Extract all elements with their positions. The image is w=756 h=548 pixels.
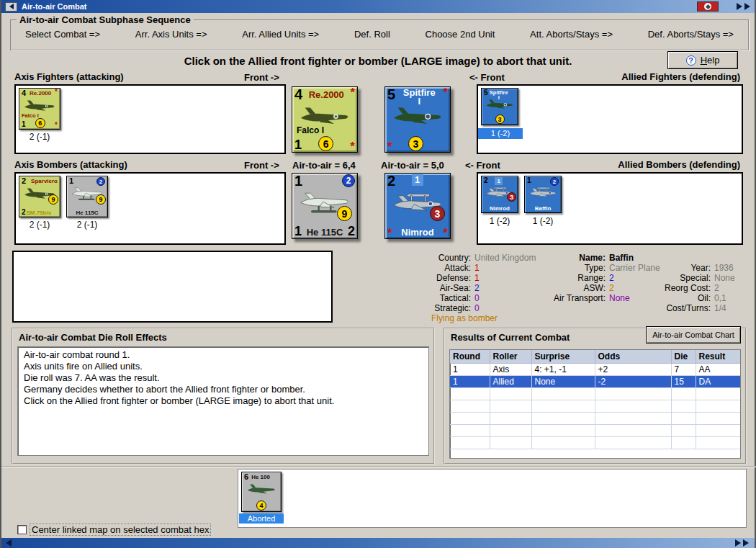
center-map-checkbox-label[interactable]: Center linked map on selected combat hex bbox=[30, 524, 211, 536]
allied-fighters-box: 5 Spitfire I 3 1 (-2) bbox=[477, 84, 743, 154]
unit-name: He 115C bbox=[76, 210, 98, 216]
attack-rating: 2 bbox=[387, 174, 395, 188]
counter-top-row: 1 2 bbox=[525, 176, 561, 187]
app-icon[interactable] bbox=[5, 2, 17, 12]
plane-art bbox=[297, 106, 352, 127]
right-arrow-icon bbox=[735, 539, 741, 547]
counter-top-row: 2 Sparviero bbox=[19, 176, 60, 186]
asw-value: 2 bbox=[608, 284, 664, 294]
odds-cell: +2 bbox=[595, 363, 671, 375]
axis-fighters-box: 4 Re.2000 * Falco I 1 6 * 2 (-1) bbox=[14, 84, 286, 154]
tactical-circle: 2 bbox=[96, 177, 105, 186]
combat-chart-button[interactable]: Air-to-air Combat Chart bbox=[646, 326, 741, 343]
counter-top-row: 2 1 bbox=[482, 176, 518, 186]
axis-air-value: Air-to-air = 6,4 bbox=[292, 160, 356, 171]
help-button[interactable]: ? Help bbox=[667, 51, 738, 69]
help-button-label: Help bbox=[701, 55, 720, 66]
round-cell: 1 bbox=[450, 375, 490, 387]
scroll-left-icon bbox=[9, 4, 14, 9]
stack-status: 2 (-1) bbox=[16, 132, 63, 142]
aborted-unit-counter[interactable]: 6 He 100 4 bbox=[241, 472, 282, 512]
attack-value: 1 bbox=[473, 264, 541, 274]
naval-circle: 3 bbox=[430, 206, 445, 221]
allied-fighter-small-counter[interactable]: 5 Spitfire I 3 bbox=[481, 88, 518, 125]
unit-info-row: Attack: 1 Type: Carrier Plane Year: 1936 bbox=[428, 264, 748, 274]
die-roll-effects-text: Air-to-air combat round 1.Axis units fir… bbox=[17, 346, 429, 456]
counter-bottom-row: 4 bbox=[242, 500, 281, 511]
range-circle: 9 bbox=[96, 194, 106, 205]
allied-fighter-large-counter[interactable]: 5 Spitfire I * * 3 bbox=[384, 86, 451, 153]
stack-marker: 1 bbox=[412, 174, 423, 186]
cost-turns-label: Cost/Turns: bbox=[664, 304, 713, 314]
axis-fighters-heading: Axis Fighters (attacking) bbox=[14, 71, 124, 82]
front-attack-label: Front -> bbox=[244, 160, 279, 171]
axis-bomber-large-counter[interactable]: 1 2 9 1 He 115C 2 bbox=[292, 173, 358, 239]
result-row[interactable]: 1 Allied None -2 15 DA bbox=[450, 375, 741, 387]
range-circle: 6 bbox=[318, 136, 333, 151]
roller-cell: Allied bbox=[490, 375, 531, 387]
axis-fighter-large-counter[interactable]: 4 Re.2000 * Falco I 1 6 * bbox=[292, 86, 358, 153]
oil-label: Oil: bbox=[664, 294, 713, 304]
result-row-empty bbox=[450, 436, 741, 449]
axis-bombers-box: 2 Sparviero 9 2 SM.79bis 2 (-1) 1 2 bbox=[14, 172, 286, 245]
unit-name: Re.2000 bbox=[30, 90, 51, 96]
scroll-left-button[interactable] bbox=[6, 539, 12, 547]
unit-name: Baffin bbox=[535, 205, 552, 212]
aborted-units-area: 6 He 100 4 Aborted bbox=[238, 469, 747, 528]
range-circle: 9 bbox=[48, 194, 58, 205]
axis-bomber-small-counter-he115c[interactable]: 1 2 9 He 115C bbox=[66, 176, 108, 217]
results-column-header: Odds bbox=[595, 350, 671, 363]
plane-art bbox=[390, 106, 445, 127]
stack-status: 1 (-2) bbox=[478, 216, 521, 226]
allied-bomber-small-counter-baffin[interactable]: 1 2 Baffin bbox=[524, 176, 562, 213]
surprise-cell: None bbox=[531, 375, 595, 387]
scroll-right-button[interactable] bbox=[737, 3, 750, 10]
effect-line: Air-to-air combat round 1. bbox=[24, 349, 423, 361]
result-row-empty bbox=[450, 400, 741, 412]
empty-cell bbox=[713, 253, 748, 264]
message-box bbox=[12, 251, 333, 323]
country-value: United Kingdom bbox=[473, 253, 541, 264]
star-marker: * bbox=[387, 142, 392, 151]
results-column-header: Roller bbox=[490, 350, 531, 363]
subphase-item: Def. Roll bbox=[354, 29, 390, 40]
allied-bombers-box: 2 1 3 Nimrod 1 (-2) 1 2 bbox=[477, 172, 743, 245]
surprise-cell: 4: +1, -1 bbox=[531, 363, 595, 375]
front-defend-label: <- Front bbox=[469, 72, 505, 83]
right-arrow-icon bbox=[737, 3, 742, 10]
bottom-separator bbox=[1, 466, 756, 467]
stack-status: 2 (-1) bbox=[63, 220, 111, 230]
attack-rating: 1 bbox=[294, 174, 302, 188]
attack-rating: 4 bbox=[294, 88, 302, 102]
scroll-right-button[interactable] bbox=[735, 539, 749, 547]
front-attack-label: Front -> bbox=[244, 72, 279, 83]
results-empty-rows bbox=[450, 387, 741, 449]
unit-subname: SM.79bis bbox=[26, 210, 51, 216]
window-title: Air-to-air Combat bbox=[22, 2, 697, 11]
counter-bottom-row: 3 bbox=[482, 114, 518, 125]
counter-bottom-row: He 115C bbox=[67, 209, 107, 217]
title-bar: Air-to-air Combat bbox=[1, 0, 755, 13]
attack-rating: 1 bbox=[69, 177, 73, 185]
range-circle: 3 bbox=[408, 136, 423, 151]
star-marker: * bbox=[350, 88, 355, 97]
results-rows: 1 Axis 4: +1, -1 +2 7 AA 1 Allied None bbox=[450, 363, 741, 387]
star-marker: * bbox=[443, 228, 448, 238]
star-marker: * bbox=[55, 122, 58, 128]
allied-bomber-large-counter[interactable]: 2 1 3 * Nimrod * bbox=[384, 173, 451, 239]
cost-turns-value: 1/4 bbox=[713, 304, 748, 314]
movement-rating: 1 bbox=[294, 225, 302, 238]
attack-rating: 2 bbox=[484, 177, 488, 184]
unit-name-line2: I bbox=[498, 95, 500, 100]
attack-label: Attack: bbox=[428, 264, 473, 274]
allied-bomber-small-counter-nimrod[interactable]: 2 1 3 Nimrod bbox=[481, 176, 518, 213]
plane-art bbox=[22, 99, 57, 112]
result-row[interactable]: 1 Axis 4: +1, -1 +2 7 AA bbox=[450, 363, 741, 375]
axis-bomber-small-counter-sparviero[interactable]: 2 Sparviero 9 2 SM.79bis bbox=[19, 176, 60, 217]
allied-fighters-heading: Allied Fighters (defending) bbox=[621, 71, 740, 82]
result-row-empty bbox=[450, 387, 741, 400]
center-map-checkbox[interactable] bbox=[17, 525, 27, 534]
strategic-value: 0 bbox=[473, 304, 541, 314]
axis-fighter-small-counter[interactable]: 4 Re.2000 * Falco I 1 6 * bbox=[19, 88, 60, 130]
help-icon: ? bbox=[686, 55, 696, 66]
